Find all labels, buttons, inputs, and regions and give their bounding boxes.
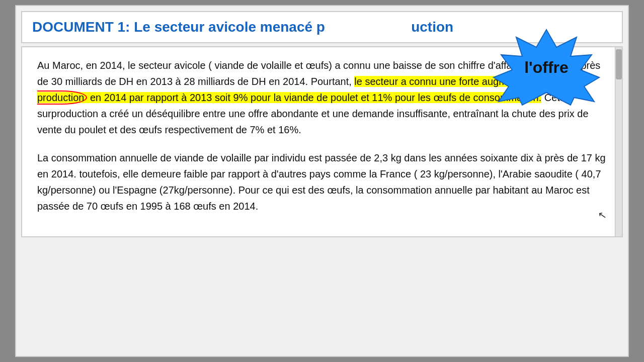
starburst-label: l'offre bbox=[524, 58, 569, 77]
starburst-annotation: l'offre bbox=[481, 27, 612, 108]
document-title-end: uction bbox=[411, 19, 453, 35]
scrollbar-thumb[interactable] bbox=[616, 49, 622, 79]
page-container: DOCUMENT 1: Le secteur avicole menacé pa… bbox=[15, 5, 629, 357]
document-title: DOCUMENT 1: Le secteur avicole menacé p bbox=[32, 19, 325, 35]
scrollbar[interactable] bbox=[615, 47, 622, 236]
content-box: l'offre Au Maroc, en 2014, le secteur av… bbox=[21, 46, 623, 237]
para2-text: La consommation annuelle de viande de vo… bbox=[37, 152, 606, 212]
paragraph-2: La consommation annuelle de viande de vo… bbox=[37, 150, 607, 214]
